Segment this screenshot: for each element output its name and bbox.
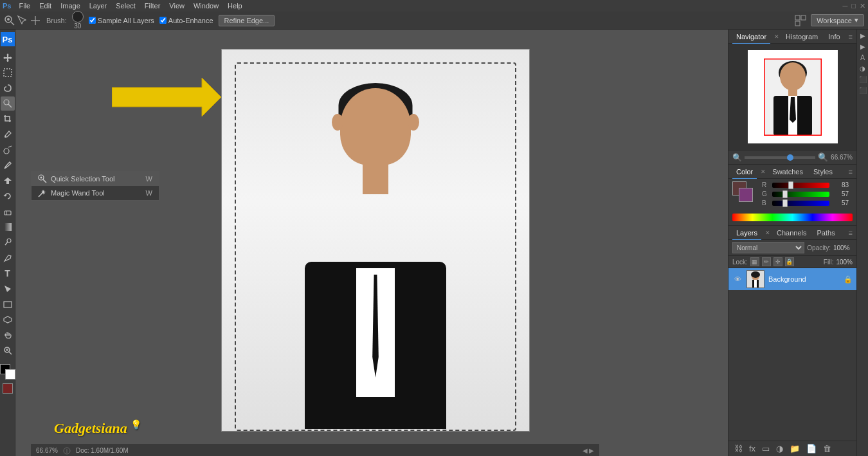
brush-tool[interactable] <box>1 158 15 172</box>
history-brush-tool[interactable] <box>1 189 15 203</box>
crop-tool[interactable] <box>1 112 15 126</box>
side-icon-5[interactable]: ⬛ <box>859 76 867 83</box>
clone-stamp-tool[interactable] <box>1 174 15 188</box>
red-value: 83 <box>832 181 849 188</box>
svg-rect-19 <box>4 302 12 307</box>
sample-all-layers-input[interactable] <box>89 17 96 24</box>
side-icon-1[interactable]: ▶ <box>859 32 866 39</box>
auto-enhance-checkbox[interactable]: Auto-Enhance <box>159 17 213 24</box>
quick-mask-mode[interactable] <box>3 383 13 394</box>
layer-new-button[interactable]: 📄 <box>804 443 818 454</box>
background-color-swatch[interactable] <box>739 188 753 202</box>
move-tool[interactable] <box>1 50 15 64</box>
lock-position[interactable]: ✛ <box>773 257 782 266</box>
menu-select[interactable]: Select <box>112 0 140 12</box>
layer-mask-button[interactable]: ▭ <box>760 443 772 454</box>
scroll-right[interactable]: ▶ <box>589 447 594 454</box>
blend-mode-select[interactable]: Normal <box>732 242 804 253</box>
navigator-expand-icon[interactable]: ≡ <box>849 33 853 41</box>
3d-tool[interactable] <box>1 313 15 327</box>
navigator-panel-header: Navigator ✕ Histogram Info ≡ <box>728 30 856 44</box>
text-tool[interactable]: T <box>1 266 15 280</box>
eraser-tool[interactable] <box>1 205 15 219</box>
green-value: 57 <box>832 190 849 197</box>
layer-fx-button[interactable]: fx <box>747 443 757 454</box>
lock-image-pixels[interactable]: ✏ <box>762 257 771 266</box>
layer-group-button[interactable]: 📁 <box>788 443 802 454</box>
layers-expand-icon[interactable]: ≡ <box>849 229 853 237</box>
brush-picker[interactable]: 30 <box>72 11 84 30</box>
side-icon-2[interactable]: ▶ <box>860 43 865 50</box>
foreground-background-colors[interactable] <box>0 364 15 379</box>
gradient-tool[interactable] <box>1 220 15 234</box>
lock-transparent-pixels[interactable]: ▦ <box>750 257 759 266</box>
restore-button[interactable]: □ <box>851 2 856 10</box>
color-spectrum-bar[interactable] <box>732 214 853 221</box>
refine-edge-button[interactable]: Refine Edge... <box>219 15 275 26</box>
tab-color[interactable]: Color <box>732 165 757 179</box>
tab-styles[interactable]: Styles <box>809 165 836 179</box>
green-slider[interactable] <box>772 192 829 197</box>
eyedropper-tool[interactable] <box>1 127 15 141</box>
lasso-tool[interactable] <box>1 81 15 95</box>
magic-wand-tool-menu-item[interactable]: Magic Wand Tool W <box>32 186 159 200</box>
menu-filter[interactable]: Filter <box>141 0 164 12</box>
workspace-button[interactable]: Workspace ▾ <box>811 14 864 26</box>
canvas-area[interactable]: Quick Selection Tool W Magic Wand Tool W <box>15 30 728 456</box>
side-icon-4[interactable]: ◑ <box>860 65 865 72</box>
layer-delete-button[interactable]: 🗑 <box>821 443 833 454</box>
tab-paths[interactable]: Paths <box>813 226 839 240</box>
menu-edit[interactable]: Edit <box>35 0 55 12</box>
dodge-tool[interactable] <box>1 235 15 250</box>
menu-image[interactable]: Image <box>57 0 84 12</box>
auto-enhance-input[interactable] <box>159 17 167 24</box>
blue-slider-thumb[interactable] <box>782 199 788 207</box>
side-icon-6[interactable]: ⬛ <box>859 87 867 94</box>
blue-slider[interactable] <box>772 201 829 206</box>
red-slider-thumb[interactable] <box>788 181 793 189</box>
layers-close-tab[interactable]: ✕ <box>765 230 770 236</box>
menu-help[interactable]: Help <box>224 0 246 12</box>
tab-swatches[interactable]: Swatches <box>768 165 807 179</box>
healing-brush-tool[interactable] <box>1 143 15 157</box>
tab-channels[interactable]: Channels <box>773 226 810 240</box>
scroll-left[interactable]: ◀ <box>583 447 588 454</box>
hand-tool[interactable] <box>1 328 15 342</box>
tab-navigator[interactable]: Navigator <box>732 30 770 44</box>
background-color[interactable] <box>5 369 15 379</box>
green-slider-thumb[interactable] <box>782 190 788 198</box>
quick-selection-tool[interactable] <box>1 96 15 111</box>
sample-all-layers-checkbox[interactable]: Sample All Layers <box>89 17 154 24</box>
color-close-tab[interactable]: ✕ <box>761 169 766 175</box>
zoom-out-icon[interactable]: 🔍 <box>732 153 742 162</box>
layer-background[interactable]: 👁 Backgroun <box>728 268 856 290</box>
color-fg-bg[interactable] <box>732 181 753 202</box>
lock-all[interactable]: 🔒 <box>785 257 794 266</box>
tab-layers[interactable]: Layers <box>732 226 761 240</box>
zoom-slider[interactable] <box>745 156 815 159</box>
menu-file[interactable]: File <box>15 0 34 12</box>
zoom-tool[interactable] <box>1 343 15 358</box>
layer-visibility-toggle[interactable]: 👁 <box>732 274 743 284</box>
zoom-in-icon[interactable]: 🔍 <box>818 152 828 162</box>
side-icon-3[interactable]: A <box>860 54 865 61</box>
layer-link-button[interactable]: ⛓ <box>732 443 745 454</box>
menu-layer[interactable]: Layer <box>86 0 111 12</box>
path-selection-tool[interactable] <box>1 282 15 296</box>
quick-selection-tool-menu-item[interactable]: Quick Selection Tool W <box>32 172 159 186</box>
menu-window[interactable]: Window <box>190 0 222 12</box>
zoom-slider-thumb[interactable] <box>787 154 793 161</box>
navigator-close-tab[interactable]: ✕ <box>774 33 779 40</box>
close-button[interactable]: ✕ <box>860 2 865 10</box>
minimize-button[interactable]: ─ <box>843 2 848 10</box>
marquee-tool[interactable] <box>1 66 15 80</box>
tab-histogram[interactable]: Histogram <box>782 30 822 44</box>
menu-view[interactable]: View <box>165 0 188 12</box>
layer-adjustment-button[interactable]: ◑ <box>774 443 785 454</box>
pen-tool[interactable] <box>1 251 15 265</box>
tab-info[interactable]: Info <box>824 30 844 44</box>
color-expand-icon[interactable]: ≡ <box>849 168 853 176</box>
red-slider[interactable] <box>772 183 829 188</box>
status-icon[interactable] <box>63 447 71 455</box>
shape-tool[interactable] <box>1 297 15 311</box>
